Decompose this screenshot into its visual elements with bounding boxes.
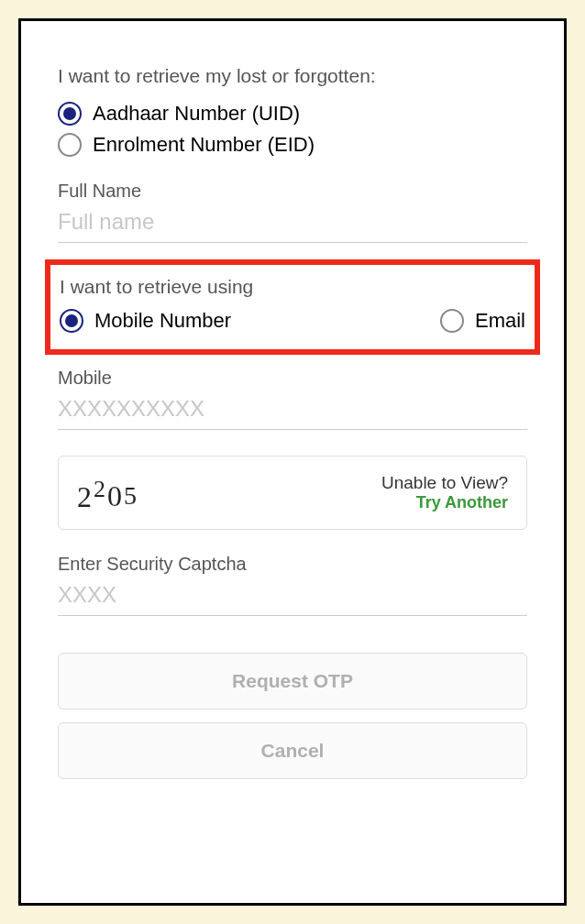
captcha-input[interactable] [58,578,527,616]
mobile-label: Mobile [58,368,527,389]
retrieve-using-heading: I want to retrieve using [60,276,525,298]
radio-eid[interactable]: Enrolment Number (EID) [58,133,527,157]
captcha-input-label: Enter Security Captcha [58,554,527,575]
request-otp-button[interactable]: Request OTP [58,653,527,710]
radio-email-label: Email [475,309,525,333]
retrieve-using-highlight: I want to retrieve using Mobile Number E… [45,259,540,355]
radio-mobile[interactable]: Mobile Number [60,309,231,333]
full-name-label: Full Name [58,181,527,202]
captcha-box: 2 2 0 5 Unable to View? Try Another [58,456,527,530]
captcha-side: Unable to View? Try Another [381,473,508,512]
cancel-button[interactable]: Cancel [58,722,527,779]
radio-uid-label: Aadhaar Number (UID) [93,102,300,126]
radio-unselected-icon [440,309,464,333]
captcha-try-another-link[interactable]: Try Another [381,493,508,512]
radio-uid[interactable]: Aadhaar Number (UID) [58,102,527,126]
radio-eid-label: Enrolment Number (EID) [93,133,315,157]
retrieve-form-screen: I want to retrieve my lost or forgotten:… [18,18,567,906]
radio-mobile-label: Mobile Number [94,309,231,333]
radio-selected-icon [60,309,83,333]
captcha-image: 2 2 0 5 [77,476,138,510]
retrieve-using-group: Mobile Number Email [60,309,525,333]
retrieve-type-heading: I want to retrieve my lost or forgotten: [58,65,527,87]
radio-selected-icon [58,102,82,126]
mobile-input[interactable] [58,392,527,430]
full-name-input[interactable] [58,205,527,243]
radio-unselected-icon [58,133,82,157]
radio-email[interactable]: Email [440,309,525,333]
captcha-unable-text: Unable to View? [381,473,508,493]
